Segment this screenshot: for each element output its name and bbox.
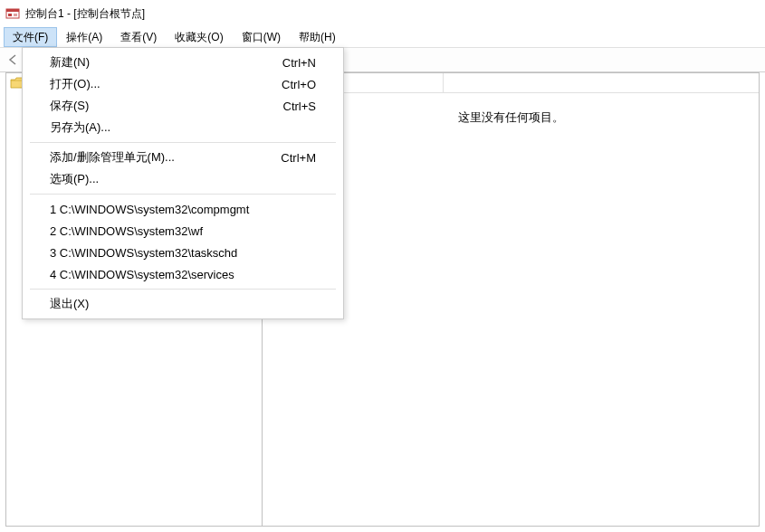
menu-window[interactable]: 窗口(W) (233, 27, 290, 47)
menu-new-label: 新建(N) (50, 54, 264, 71)
menu-recent-3-label: 3 C:\WINDOWS\system32\taskschd (50, 246, 316, 260)
menu-recent-1-label: 1 C:\WINDOWS\system32\compmgmt (50, 203, 316, 216)
menu-separator (30, 142, 336, 143)
menu-separator (30, 194, 336, 195)
menu-new[interactable]: 新建(N) Ctrl+N (23, 52, 343, 73)
menu-add-remove-snapin-shortcut: Ctrl+M (281, 151, 316, 165)
menu-add-remove-snapin-label: 添加/删除管理单元(M)... (50, 149, 263, 166)
titlebar: 控制台1 - [控制台根节点] (0, 0, 765, 27)
menu-help[interactable]: 帮助(H) (290, 27, 345, 47)
menu-add-remove-snapin[interactable]: 添加/删除管理单元(M)... Ctrl+M (23, 147, 343, 168)
menu-file[interactable]: 文件(F) (4, 27, 57, 47)
menu-recent-2[interactable]: 2 C:\WINDOWS\system32\wf (23, 220, 343, 242)
app-icon (5, 6, 20, 21)
menu-options-label: 选项(P)... (50, 171, 298, 187)
menu-save[interactable]: 保存(S) Ctrl+S (23, 95, 343, 117)
menu-recent-4-label: 4 C:\WINDOWS\system32\services (50, 268, 316, 281)
menu-open-shortcut: Ctrl+O (282, 78, 316, 91)
menu-recent-4[interactable]: 4 C:\WINDOWS\system32\services (23, 263, 343, 285)
svg-rect-3 (14, 14, 17, 16)
menu-recent-1[interactable]: 1 C:\WINDOWS\system32\compmgmt (23, 198, 343, 220)
menu-save-label: 保存(S) (50, 98, 265, 114)
menu-save-shortcut: Ctrl+S (283, 100, 316, 113)
menu-separator (30, 289, 336, 290)
menu-recent-3[interactable]: 3 C:\WINDOWS\system32\taskschd (23, 242, 343, 263)
menu-exit-label: 退出(X) (50, 296, 316, 312)
menu-options[interactable]: 选项(P)... (23, 168, 343, 190)
menu-new-shortcut: Ctrl+N (282, 56, 316, 70)
menu-view[interactable]: 查看(V) (111, 27, 166, 47)
menu-saveas-label: 另存为(A)... (50, 119, 298, 136)
menubar: 文件(F) 操作(A) 查看(V) 收藏夹(O) 窗口(W) 帮助(H) (0, 27, 765, 47)
menu-action[interactable]: 操作(A) (57, 27, 111, 47)
svg-rect-2 (8, 14, 12, 16)
window-title: 控制台1 - [控制台根节点] (25, 6, 145, 22)
menu-favorites[interactable]: 收藏夹(O) (166, 27, 232, 47)
svg-rect-1 (6, 9, 19, 12)
menu-open[interactable]: 打开(O)... Ctrl+O (23, 73, 343, 95)
back-button[interactable] (4, 50, 24, 70)
menu-open-label: 打开(O)... (50, 76, 263, 92)
menu-recent-2-label: 2 C:\WINDOWS\system32\wf (50, 224, 316, 238)
menu-saveas[interactable]: 另存为(A)... (23, 117, 343, 138)
file-dropdown: 新建(N) Ctrl+N 打开(O)... Ctrl+O 保存(S) Ctrl+… (22, 47, 344, 319)
menu-exit[interactable]: 退出(X) (23, 293, 343, 315)
